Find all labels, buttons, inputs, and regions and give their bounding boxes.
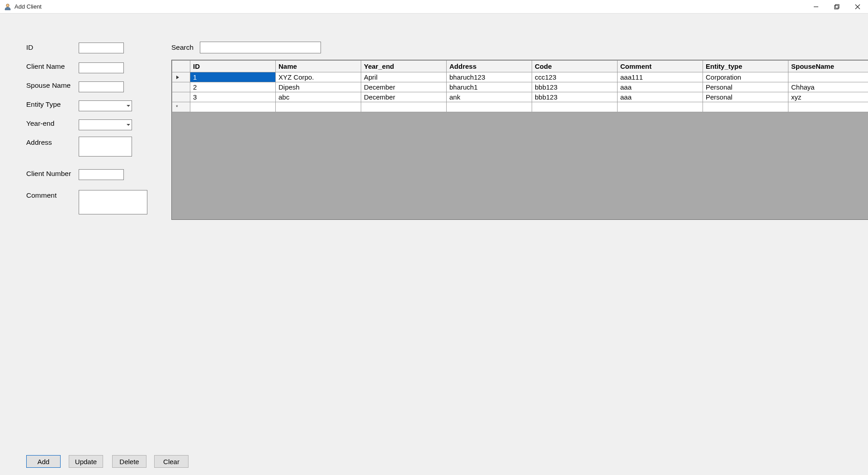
search-input[interactable] bbox=[200, 42, 321, 53]
chevron-down-icon bbox=[127, 105, 130, 107]
address-input[interactable] bbox=[79, 137, 132, 157]
cell[interactable] bbox=[276, 102, 361, 112]
client-area: ID Client Name Spouse Name Entity Type Y… bbox=[0, 14, 868, 475]
col-id[interactable]: ID bbox=[190, 61, 276, 72]
table-row[interactable]: 3 abc December ank bbb123 aaa Personal x… bbox=[172, 92, 868, 102]
cell[interactable] bbox=[788, 102, 868, 112]
row-header-new[interactable] bbox=[172, 102, 190, 112]
grid-header-row: ID Name Year_end Address Code Comment En… bbox=[172, 61, 868, 72]
id-input[interactable] bbox=[79, 43, 124, 53]
cell-name[interactable]: Dipesh bbox=[276, 82, 361, 92]
col-address[interactable]: Address bbox=[447, 61, 532, 72]
col-year-end[interactable]: Year_end bbox=[361, 61, 447, 72]
chevron-down-icon bbox=[127, 124, 130, 126]
address-label: Address bbox=[26, 138, 52, 147]
table-row[interactable]: 2 Dipesh December bharuch1 bbb123 aaa Pe… bbox=[172, 82, 868, 92]
col-spouse-name[interactable]: SpouseName bbox=[788, 61, 868, 72]
cell-address[interactable]: bharuch1 bbox=[447, 82, 532, 92]
client-number-label: Client Number bbox=[26, 170, 71, 178]
cell[interactable] bbox=[703, 102, 788, 112]
comment-input[interactable] bbox=[79, 190, 147, 214]
cell-id[interactable]: 1 bbox=[190, 72, 276, 82]
col-code[interactable]: Code bbox=[532, 61, 618, 72]
client-number-input[interactable] bbox=[79, 169, 124, 180]
app-icon bbox=[4, 3, 12, 11]
cell-code[interactable]: ccc123 bbox=[532, 72, 618, 82]
table-row[interactable]: 1 XYZ Corpo. April bharuch123 ccc123 aaa… bbox=[172, 72, 868, 82]
maximize-button[interactable] bbox=[826, 0, 847, 14]
cell-year-end[interactable]: December bbox=[361, 92, 447, 102]
spouse-name-input[interactable] bbox=[79, 81, 124, 92]
svg-rect-2 bbox=[835, 5, 838, 9]
cell-id[interactable]: 3 bbox=[190, 92, 276, 102]
cell-year-end[interactable]: December bbox=[361, 82, 447, 92]
comment-label: Comment bbox=[26, 191, 57, 200]
update-button[interactable]: Update bbox=[69, 455, 103, 468]
row-header[interactable] bbox=[172, 72, 190, 82]
add-button[interactable]: Add bbox=[26, 455, 61, 468]
clear-button[interactable]: Clear bbox=[154, 455, 189, 468]
cell-spouse[interactable] bbox=[788, 72, 868, 82]
delete-button[interactable]: Delete bbox=[112, 455, 146, 468]
search-label: Search bbox=[171, 43, 193, 52]
client-name-label: Client Name bbox=[26, 62, 65, 71]
spouse-name-label: Spouse Name bbox=[26, 81, 71, 90]
cell-spouse[interactable]: Chhaya bbox=[788, 82, 868, 92]
id-label: ID bbox=[26, 43, 33, 52]
client-name-input[interactable] bbox=[79, 62, 124, 73]
window-title: Add Client bbox=[14, 3, 42, 10]
cell-entity-type[interactable]: Corporation bbox=[703, 72, 788, 82]
year-end-combo[interactable] bbox=[79, 119, 132, 130]
col-comment[interactable]: Comment bbox=[618, 61, 703, 72]
grid-corner[interactable] bbox=[172, 61, 190, 72]
titlebar: Add Client bbox=[0, 0, 868, 14]
cell-spouse[interactable]: xyz bbox=[788, 92, 868, 102]
minimize-button[interactable] bbox=[806, 0, 826, 14]
cell[interactable] bbox=[447, 102, 532, 112]
cell-name[interactable]: abc bbox=[276, 92, 361, 102]
clients-grid[interactable]: ID Name Year_end Address Code Comment En… bbox=[171, 60, 868, 220]
cell[interactable] bbox=[618, 102, 703, 112]
cell-entity-type[interactable]: Personal bbox=[703, 92, 788, 102]
entity-type-combo[interactable] bbox=[79, 100, 132, 111]
svg-point-0 bbox=[6, 4, 9, 6]
cell-comment[interactable]: aaa bbox=[618, 82, 703, 92]
cell-address[interactable]: bharuch123 bbox=[447, 72, 532, 82]
cell-comment[interactable]: aaa bbox=[618, 92, 703, 102]
cell-code[interactable]: bbb123 bbox=[532, 82, 618, 92]
cell[interactable] bbox=[190, 102, 276, 112]
close-button[interactable] bbox=[847, 0, 868, 14]
entity-type-label: Entity Type bbox=[26, 100, 61, 109]
cell-name[interactable]: XYZ Corpo. bbox=[276, 72, 361, 82]
year-end-label: Year-end bbox=[26, 119, 54, 128]
cell[interactable] bbox=[361, 102, 447, 112]
cell-address[interactable]: ank bbox=[447, 92, 532, 102]
cell-year-end[interactable]: April bbox=[361, 72, 447, 82]
cell-comment[interactable]: aaa111 bbox=[618, 72, 703, 82]
svg-rect-3 bbox=[835, 5, 839, 8]
table-row-new[interactable] bbox=[172, 102, 868, 112]
row-header[interactable] bbox=[172, 82, 190, 92]
row-header[interactable] bbox=[172, 92, 190, 102]
cell-id[interactable]: 2 bbox=[190, 82, 276, 92]
cell[interactable] bbox=[532, 102, 618, 112]
col-entity-type[interactable]: Entity_type bbox=[703, 61, 788, 72]
cell-entity-type[interactable]: Personal bbox=[703, 82, 788, 92]
cell-code[interactable]: bbb123 bbox=[532, 92, 618, 102]
col-name[interactable]: Name bbox=[276, 61, 361, 72]
